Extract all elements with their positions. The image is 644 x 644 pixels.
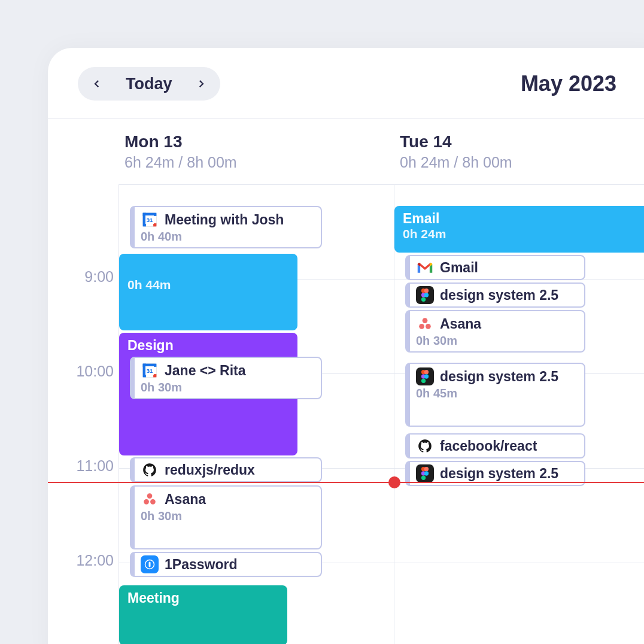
event-block-meeting[interactable]: Meeting	[119, 585, 287, 644]
current-time-indicator	[48, 482, 644, 483]
item-card-react[interactable]: facebook/react	[405, 433, 585, 458]
day-hours: 0h 24m / 8h 00m	[400, 154, 644, 171]
svg-point-22	[423, 318, 428, 323]
svg-point-31	[424, 467, 429, 471]
item-card-jane-rita[interactable]: 31 Jane <> Rita 0h 30m	[130, 357, 322, 399]
prev-button[interactable]	[85, 72, 109, 96]
svg-point-23	[419, 324, 424, 329]
svg-point-13	[144, 499, 149, 505]
item-title: design system 2.5	[440, 287, 558, 303]
svg-point-21	[421, 297, 426, 302]
time-label: 10:00	[60, 363, 114, 380]
header: Today May 2023	[48, 48, 644, 119]
item-card-1password[interactable]: 1Password	[130, 552, 322, 577]
event-title: Design	[127, 338, 289, 354]
event-title: Email	[403, 211, 644, 227]
chevron-right-icon	[196, 78, 206, 89]
svg-point-12	[147, 493, 153, 499]
svg-point-29	[421, 379, 426, 383]
day-hours: 6h 24m / 8h 00m	[124, 154, 394, 171]
github-icon	[141, 461, 159, 479]
day-header-mon[interactable]: Mon 13 6h 24m / 8h 00m	[119, 119, 394, 184]
svg-point-18	[424, 288, 429, 293]
1password-icon	[141, 555, 159, 573]
item-card-asana[interactable]: Asana 0h 30m	[130, 485, 322, 549]
item-title: facebook/react	[440, 438, 537, 454]
svg-point-33	[424, 471, 429, 475]
item-title: 1Password	[165, 557, 237, 573]
time-label: 11:00	[60, 457, 114, 475]
item-title: Jane <> Rita	[165, 363, 246, 379]
day-header-tue[interactable]: Tue 14 0h 24m / 8h 00m	[394, 119, 644, 184]
item-duration: 0h 30m	[416, 334, 578, 348]
svg-point-34	[421, 476, 426, 480]
figma-icon	[416, 464, 434, 482]
event-title: Meeting	[127, 590, 279, 606]
figma-icon	[416, 367, 434, 385]
svg-point-14	[150, 499, 156, 505]
day-label: Mon 13	[124, 132, 394, 151]
time-label: 12:00	[60, 552, 114, 569]
svg-rect-16	[149, 562, 151, 567]
item-duration: 0h 40m	[141, 230, 315, 244]
item-title: design system 2.5	[440, 466, 558, 482]
current-time-dot	[388, 476, 400, 488]
day-column-tue: Email 0h 24m Gmail design system 2.5	[394, 184, 644, 644]
item-title: reduxjs/redux	[165, 462, 255, 478]
svg-point-26	[424, 370, 429, 374]
gcalendar-icon: 31	[141, 211, 159, 229]
item-title: Meeting with Josh	[165, 212, 284, 228]
github-icon	[416, 437, 434, 455]
event-duration: 0h 24m	[403, 227, 644, 241]
gmail-icon	[416, 259, 434, 277]
time-label: 9:00	[60, 268, 114, 285]
svg-point-24	[426, 324, 431, 329]
today-button[interactable]: Today	[114, 75, 184, 93]
item-title: design system 2.5	[440, 369, 558, 385]
figma-icon	[416, 286, 434, 304]
item-duration: 0h 30m	[141, 509, 315, 523]
chevron-left-icon	[92, 78, 102, 89]
item-card-gmail[interactable]: Gmail	[405, 255, 585, 280]
item-title: Gmail	[440, 260, 478, 276]
item-title: Asana	[165, 491, 206, 508]
item-card-meeting-josh[interactable]: 31 Meeting with Josh 0h 40m	[130, 206, 322, 248]
calendar-app: Today May 2023 Mon 13 6h 24m / 8h 00m Tu…	[48, 48, 644, 644]
gcalendar-icon: 31	[141, 362, 159, 379]
day-label: Tue 14	[400, 132, 644, 151]
item-duration: 0h 45m	[416, 387, 578, 400]
next-button[interactable]	[189, 72, 213, 96]
svg-text:31: 31	[147, 367, 153, 374]
event-block-email[interactable]: 0h 44m	[119, 254, 297, 330]
svg-point-20	[424, 293, 429, 297]
item-title: Asana	[440, 316, 481, 332]
item-card-asana[interactable]: Asana 0h 30m	[405, 310, 585, 353]
days-header: Mon 13 6h 24m / 8h 00m Tue 14 0h 24m / 8…	[48, 119, 644, 184]
svg-point-28	[424, 374, 429, 378]
item-card-redux[interactable]: reduxjs/redux	[130, 457, 322, 482]
item-duration: 0h 30m	[141, 381, 315, 394]
item-card-figma[interactable]: design system 2.5	[405, 282, 585, 308]
event-block-email[interactable]: Email 0h 24m	[394, 206, 644, 253]
event-duration: 0h 44m	[127, 278, 289, 292]
time-column: 9:00 10:00 11:00 12:00	[48, 184, 119, 644]
date-nav: Today	[78, 67, 220, 101]
calendar-grid: 9:00 10:00 11:00 12:00 0h 44m 31 Meeting…	[48, 184, 644, 644]
asana-icon	[141, 490, 159, 508]
item-card-figma-2[interactable]: design system 2.5 0h 45m	[405, 363, 585, 427]
asana-icon	[416, 315, 434, 333]
day-column-mon: 0h 44m 31 Meeting with Josh 0h 40m Desig…	[119, 184, 394, 644]
svg-text:31: 31	[147, 217, 153, 223]
month-label: May 2023	[521, 71, 628, 96]
